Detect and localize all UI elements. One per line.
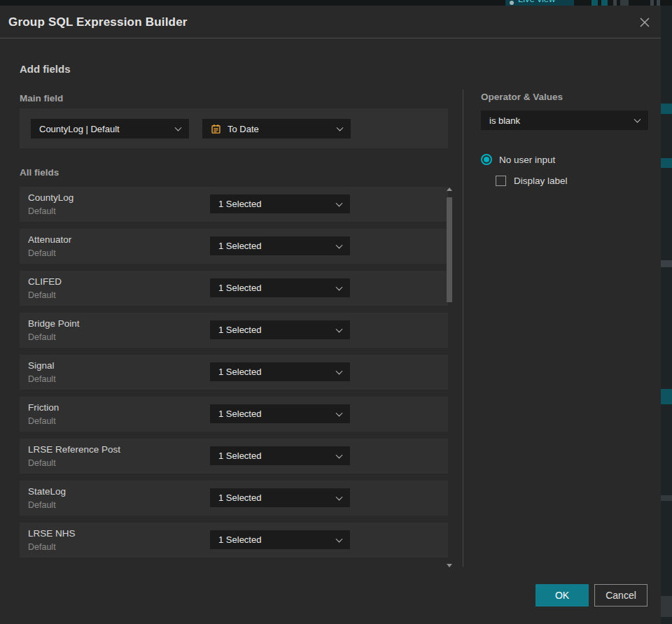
field-name: Attenuator <box>28 234 71 245</box>
field-name: LRSE NHS <box>28 528 76 539</box>
field-selection-dropdown[interactable]: 1 Selected <box>210 446 350 465</box>
field-subtitle: Default <box>28 500 56 510</box>
calendar-icon <box>211 124 221 134</box>
field-subtitle: Default <box>28 206 56 216</box>
background-fragment <box>613 0 617 6</box>
operator-dropdown[interactable]: is blank <box>481 111 648 130</box>
group-sql-expression-builder-dialog: Group SQL Expression Builder Add fields … <box>0 6 661 624</box>
chevron-down-icon <box>337 125 344 132</box>
background-fragment <box>620 0 629 6</box>
background-fragment <box>661 260 672 267</box>
operator-values-heading: Operator & Values <box>481 92 563 102</box>
close-icon <box>638 16 651 29</box>
main-field-type-value: To Date <box>221 124 259 134</box>
scroll-up-arrow-icon[interactable] <box>447 187 452 191</box>
field-row: CountyLog Default 1 Selected <box>20 187 448 222</box>
background-fragment <box>601 0 608 6</box>
all-fields-label: All fields <box>20 167 59 178</box>
main-field-label: Main field <box>20 93 63 104</box>
field-name: LRSE Reference Post <box>28 444 120 455</box>
background-fragment <box>661 104 672 114</box>
chevron-down-icon <box>336 283 343 290</box>
field-subtitle: Default <box>28 416 56 426</box>
cancel-button[interactable]: Cancel <box>594 584 648 607</box>
field-selection-dropdown[interactable]: 1 Selected <box>210 278 350 297</box>
field-row: CLIFED Default 1 Selected <box>20 271 448 306</box>
checkbox-unchecked-icon[interactable] <box>496 176 506 186</box>
ok-button[interactable]: OK <box>536 584 589 607</box>
screen: Live view Group SQL Expression Builder A… <box>0 0 672 624</box>
field-selection-value: 1 Selected <box>210 492 261 503</box>
main-field-type-dropdown[interactable]: To Date <box>202 119 351 139</box>
field-row: Bridge Point Default 1 Selected <box>20 313 448 348</box>
chevron-down-icon <box>634 116 641 123</box>
live-view-label: Live view <box>518 0 555 4</box>
field-name: CountyLog <box>28 192 74 203</box>
field-selection-dropdown[interactable]: 1 Selected <box>210 362 350 381</box>
field-selection-value: 1 Selected <box>210 409 261 419</box>
background-fragment <box>661 158 672 168</box>
field-selection-dropdown[interactable]: 1 Selected <box>210 194 350 213</box>
panel-divider <box>463 90 463 567</box>
field-selection-value: 1 Selected <box>210 451 261 461</box>
fields-list-scrollbar[interactable] <box>446 186 453 569</box>
background-fragment <box>592 0 598 6</box>
background-fragment <box>650 0 654 6</box>
dialog-title: Group SQL Expression Builder <box>8 6 188 38</box>
field-subtitle: Default <box>28 248 56 258</box>
background-fragment <box>661 596 672 617</box>
chevron-down-icon <box>336 367 343 374</box>
scroll-down-arrow-icon[interactable] <box>447 564 452 567</box>
chevron-down-icon <box>336 451 343 458</box>
chevron-down-icon <box>175 125 182 132</box>
close-button[interactable] <box>636 13 654 31</box>
field-selection-value: 1 Selected <box>210 367 261 377</box>
field-selection-value: 1 Selected <box>210 241 261 251</box>
display-label-checkbox-row[interactable]: Display label <box>496 176 568 186</box>
field-selection-dropdown[interactable]: 1 Selected <box>210 404 350 423</box>
field-row: Attenuator Default 1 Selected <box>20 229 448 264</box>
main-field-source-dropdown[interactable]: CountyLog | Default <box>31 119 189 139</box>
chevron-down-icon <box>336 493 343 500</box>
field-selection-value: 1 Selected <box>210 534 261 545</box>
field-selection-dropdown[interactable]: 1 Selected <box>210 236 350 255</box>
field-subtitle: Default <box>28 290 56 300</box>
radio-selected-icon <box>481 154 492 165</box>
field-name: Bridge Point <box>28 318 80 329</box>
field-row: LRSE Reference Post Default 1 Selected <box>20 439 448 474</box>
background-app-top-strip: Live view <box>0 0 672 6</box>
field-selection-value: 1 Selected <box>210 199 261 209</box>
field-name: Signal <box>28 360 55 371</box>
field-subtitle: Default <box>28 458 56 468</box>
main-field-source-value: CountyLog | Default <box>31 124 120 134</box>
scrollbar-thumb[interactable] <box>447 197 452 302</box>
chevron-down-icon <box>336 535 343 542</box>
live-dot-icon <box>510 1 514 5</box>
field-name: Friction <box>28 402 59 413</box>
live-view-toggle[interactable]: Live view <box>505 0 574 6</box>
no-user-input-label: No user input <box>499 155 555 165</box>
main-field-container: CountyLog | Default To Date <box>20 108 448 148</box>
display-label-text: Display label <box>514 176 568 186</box>
field-row: Friction Default 1 Selected <box>20 397 448 432</box>
field-row: StateLog Default 1 Selected <box>20 481 448 516</box>
no-user-input-radio[interactable]: No user input <box>481 154 555 165</box>
field-selection-value: 1 Selected <box>210 325 261 335</box>
field-selection-dropdown[interactable]: 1 Selected <box>210 488 350 507</box>
add-fields-heading: Add fields <box>20 63 71 75</box>
all-fields-list: CountyLog Default 1 Selected Attenuator … <box>20 187 448 565</box>
chevron-down-icon <box>336 325 343 332</box>
chevron-down-icon <box>336 241 343 248</box>
background-app-right-strip <box>661 6 672 624</box>
field-subtitle: Default <box>28 542 56 552</box>
field-selection-dropdown[interactable]: 1 Selected <box>210 530 350 549</box>
operator-value: is blank <box>481 115 520 126</box>
chevron-down-icon <box>336 199 343 206</box>
chevron-down-icon <box>336 409 343 416</box>
field-selection-dropdown[interactable]: 1 Selected <box>210 320 350 339</box>
field-name: StateLog <box>28 486 66 497</box>
background-fragment <box>661 389 672 404</box>
field-selection-value: 1 Selected <box>210 283 261 293</box>
field-name: CLIFED <box>28 276 62 287</box>
field-subtitle: Default <box>28 332 56 342</box>
